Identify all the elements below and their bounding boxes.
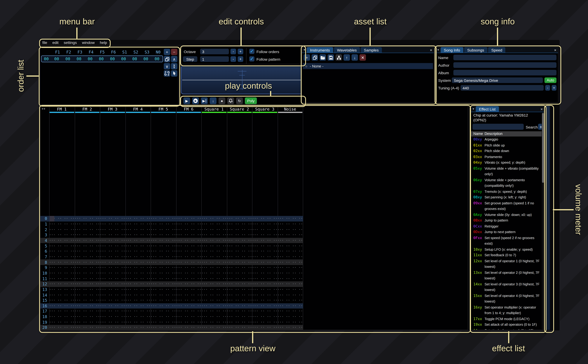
- pattern-cell[interactable]: ··· ·· ·· ···: [100, 326, 125, 329]
- effect-row[interactable]: 0DxxJump to next pattern: [471, 229, 544, 235]
- pattern-cell[interactable]: ··· ·· ·· ···: [151, 315, 176, 318]
- song-tab-song-info[interactable]: Song Info: [441, 47, 463, 53]
- channel-header-fm-6[interactable]: FM 6: [176, 107, 201, 111]
- pattern-cell[interactable]: ··· ·· ·· ···: [227, 217, 252, 221]
- pattern-cell[interactable]: ··· ·· ·· ···: [100, 222, 125, 226]
- pattern-cell[interactable]: ··· ·· ·· ···: [201, 228, 227, 231]
- effect-row[interactable]: 0FxxSet speed (speed 2 if no grooves exi…: [471, 235, 544, 247]
- delete-instrument-button[interactable]: ✕: [359, 54, 366, 61]
- effect-row[interactable]: 19xxSet attack of all operators (0 to 1F…: [471, 322, 544, 328]
- pattern-cell[interactable]: ··· ·· ·· ···: [176, 244, 201, 248]
- order-value[interactable]: 00: [140, 57, 152, 61]
- pattern-cell[interactable]: ··· ·· ·· ···: [75, 277, 100, 280]
- effect-search-input[interactable]: [473, 124, 524, 130]
- channel-header-fm-5[interactable]: FM 5: [151, 107, 176, 111]
- pattern-cell[interactable]: ··· ·· ·· ···: [100, 228, 125, 231]
- pattern-cell[interactable]: ··· ·· ·· ···: [125, 277, 151, 280]
- pattern-cell[interactable]: ··· ·· ·· ···: [49, 299, 75, 302]
- instrument-folders-button[interactable]: [336, 54, 342, 61]
- pattern-cell[interactable]: ··· ·· ·· ···: [151, 244, 176, 248]
- effect-row[interactable]: 0CxxRetrigger: [471, 223, 544, 229]
- pattern-cell[interactable]: ··· ·· ·· ···: [49, 315, 75, 318]
- pattern-cell[interactable]: ··· ·· ·· ···: [201, 260, 227, 264]
- pattern-cell[interactable]: ··· ·· ·· ···: [277, 320, 303, 324]
- pattern-cell[interactable]: ··· ·· ·· ···: [201, 250, 227, 253]
- effect-collapse-icon[interactable]: ▼: [471, 106, 476, 112]
- pattern-cell[interactable]: ··· ·· ·· ···: [227, 250, 252, 253]
- order-value[interactable]: 00: [129, 57, 140, 61]
- pattern-cell[interactable]: ··· ·· ·· ···: [125, 222, 151, 226]
- pattern-cell[interactable]: ··· ·· ·· ···: [75, 282, 100, 286]
- pattern-cell[interactable]: ··· ·· ·· ···: [176, 315, 201, 318]
- pattern-cell[interactable]: ··· ·· ·· ···: [176, 326, 201, 329]
- menu-item-edit[interactable]: edit: [52, 40, 59, 45]
- move-instrument-down-button[interactable]: ↓: [351, 54, 358, 61]
- effect-row[interactable]: 17xxToggle PCM mode (LEGACY): [471, 316, 544, 322]
- pattern-cell[interactable]: ··· ·· ·· ···: [125, 233, 151, 237]
- asset-tab-samples[interactable]: Samples: [361, 47, 382, 53]
- channel-header-fm-2[interactable]: FM 2: [75, 107, 100, 111]
- effect-row[interactable]: 0BxxJump to pattern: [471, 218, 544, 223]
- pattern-cell[interactable]: ··· ·· ·· ···: [252, 271, 277, 275]
- effect-row[interactable]: 08xySet panning (x: left; y: right): [471, 194, 544, 200]
- tuning-decrease-button[interactable]: -: [545, 85, 550, 91]
- channel-header-square-1[interactable]: Square 1: [201, 107, 227, 111]
- order-deep-clone-button[interactable]: ∨∨: [171, 63, 177, 69]
- save-instrument-button[interactable]: [328, 54, 334, 61]
- effect-row[interactable]: 15xxSet level of operator 4 (0 highest, …: [471, 293, 544, 304]
- pattern-cell[interactable]: ··· ·· ·· ···: [151, 288, 176, 291]
- pattern-cell[interactable]: ··· ·· ·· ···: [100, 266, 125, 270]
- tuning-input[interactable]: 440: [461, 85, 544, 91]
- pattern-cell[interactable]: ··· ·· ·· ···: [125, 282, 151, 286]
- auto-system-button[interactable]: Auto: [544, 78, 556, 83]
- pattern-cell[interactable]: ··· ·· ·· ···: [176, 309, 201, 313]
- pattern-cell[interactable]: ··· ·· ·· ···: [125, 266, 151, 270]
- pattern-cell[interactable]: ··· ·· ·· ···: [201, 266, 227, 270]
- pattern-cell[interactable]: ··· ·· ·· ···: [227, 233, 252, 237]
- pattern-cell[interactable]: ··· ·· ·· ···: [75, 293, 100, 297]
- pattern-row[interactable]: 11··· ·· ·· ······ ·· ·· ······ ·· ·· ··…: [40, 276, 303, 281]
- pattern-cell[interactable]: ··· ·· ·· ···: [227, 326, 252, 329]
- pattern-cell[interactable]: ··· ·· ·· ···: [125, 244, 151, 248]
- order-add-button[interactable]: +: [164, 49, 170, 55]
- pattern-cell[interactable]: ··· ·· ·· ···: [100, 315, 125, 318]
- pattern-cell[interactable]: ··· ·· ·· ···: [176, 282, 201, 286]
- effect-row[interactable]: 06xyVolume slide + portamento (compatibi…: [471, 177, 544, 189]
- pattern-cell[interactable]: ··· ·· ·· ···: [151, 304, 176, 308]
- pattern-cell[interactable]: ··· ·· ·· ···: [201, 288, 227, 291]
- pattern-cell[interactable]: ··· ·· ·· ···: [176, 260, 201, 264]
- pattern-rows[interactable]: 0··· ·· ·· ······ ·· ·· ······ ·· ·· ···…: [40, 216, 303, 330]
- pattern-cell[interactable]: ··· ·· ·· ···: [227, 228, 252, 231]
- order-row[interactable]: 0000000000000000000000: [41, 55, 163, 62]
- pattern-cell[interactable]: ··· ·· ·· ···: [100, 288, 125, 291]
- pattern-cell[interactable]: ··· ·· ·· ···: [201, 315, 227, 318]
- open-instrument-button[interactable]: [320, 54, 326, 61]
- pattern-cell[interactable]: ··· ·· ·· ···: [176, 266, 201, 270]
- pattern-cell[interactable]: ··· ·· ·· ···: [277, 282, 303, 286]
- pattern-cell[interactable]: ··· ·· ·· ···: [151, 239, 176, 242]
- pattern-cell[interactable]: ··· ·· ·· ···: [252, 255, 277, 259]
- pattern-cell[interactable]: ··· ·· ·· ···: [252, 260, 277, 264]
- pattern-cell[interactable]: ··· ·· ·· ···: [252, 309, 277, 313]
- pattern-cell[interactable]: ··· ·· ·· ···: [151, 293, 176, 297]
- duplicate-instrument-button[interactable]: [311, 54, 318, 61]
- follow-orders-checkbox[interactable]: ✓: [249, 49, 254, 54]
- effect-row[interactable]: 0AxyVolume slide (0y: down; x0: up): [471, 212, 544, 218]
- record-button[interactable]: ●: [218, 98, 225, 104]
- pattern-cell[interactable]: ··· ·· ·· ···: [227, 320, 252, 324]
- effect-row[interactable]: 00xyArpeggio: [471, 136, 544, 142]
- pattern-cell[interactable]: ··· ·· ·· ···: [176, 299, 201, 302]
- pattern-cell[interactable]: ··· ·· ·· ···: [49, 250, 75, 253]
- pattern-cell[interactable]: ··· ·· ·· ···: [176, 233, 201, 237]
- effect-row[interactable]: 12xxSet level of operator 1 (0 highest, …: [471, 258, 544, 270]
- pattern-cell[interactable]: ··· ·· ·· ···: [49, 228, 75, 231]
- play-one-row-button[interactable]: ▶: [201, 98, 208, 104]
- pattern-cell[interactable]: ··· ·· ·· ···: [277, 293, 303, 297]
- pattern-row[interactable]: 12··· ·· ·· ······ ·· ·· ······ ·· ·· ··…: [40, 281, 303, 287]
- pattern-cell[interactable]: ··· ·· ·· ···: [227, 222, 252, 226]
- pattern-cell[interactable]: ··· ·· ·· ···: [75, 250, 100, 253]
- pattern-row[interactable]: 16··· ·· ·· ······ ·· ·· ······ ·· ·· ··…: [40, 303, 303, 309]
- pattern-cell[interactable]: ··· ·· ·· ···: [49, 326, 75, 329]
- channel-header-fm-1[interactable]: FM 1: [49, 107, 75, 111]
- pattern-cell[interactable]: ··· ·· ·· ···: [151, 250, 176, 253]
